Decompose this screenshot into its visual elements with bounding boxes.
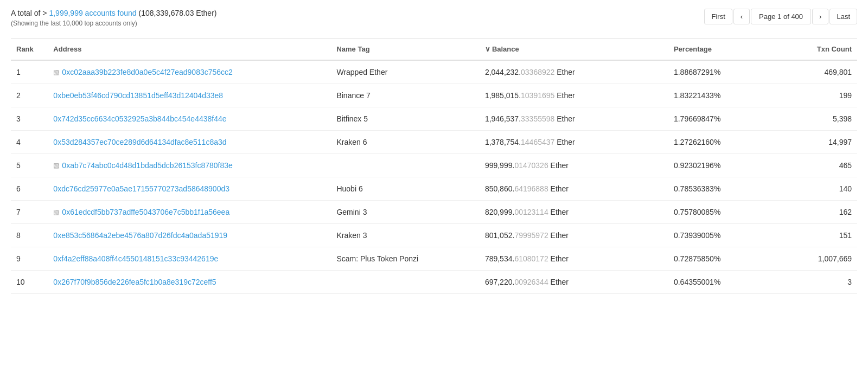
balance-main: 801,052.	[485, 231, 515, 240]
cell-balance: 2,044,232.03368922 Ether	[480, 60, 668, 84]
table-row: 30x742d35cc6634c0532925a3b844bc454e4438f…	[11, 107, 857, 131]
table-row: 40x53d284357ec70ce289d6d64134dfac8e511c8…	[11, 131, 857, 154]
col-header-nametag: Name Tag	[331, 39, 479, 61]
address-link[interactable]: 0xab7c74abc0c4d48d1bdad5dcb26153fc8780f8…	[62, 161, 233, 170]
balance-main: 999,999.	[485, 161, 515, 170]
cell-address: 0xe853c56864a2ebe4576a807d26fdc4a0ada519…	[48, 224, 331, 247]
cell-address: 0x267f70f9b856de226fea5fc1b0a8e319c72cef…	[48, 271, 331, 294]
balance-decimal: 00926344	[514, 278, 548, 286]
cell-rank: 5	[11, 154, 48, 177]
balance-decimal: 33355598	[521, 114, 554, 123]
address-link[interactable]: 0x267f70f9b856de226fea5fc1b0a8e319c72cef…	[53, 278, 216, 286]
cell-balance: 820,999.00123114 Ether	[480, 201, 668, 224]
balance-unit: Ether	[554, 91, 575, 100]
cell-nametag: Wrapped Ether	[331, 60, 479, 84]
balance-main: 789,534.	[485, 254, 515, 263]
table-row: 7▧0x61edcdf5bb737adffe5043706e7c5bb1f1a5…	[11, 201, 857, 224]
col-header-txncount: Txn Count	[776, 39, 857, 61]
cell-txncount: 14,997	[776, 131, 857, 154]
balance-main: 850,860.	[485, 184, 515, 193]
table-row: 80xe853c56864a2ebe4576a807d26fdc4a0ada51…	[11, 224, 857, 247]
summary-subtext: (Showing the last 10,000 top accounts on…	[11, 20, 216, 27]
cell-txncount: 469,801	[776, 60, 857, 84]
cell-nametag: Kraken 3	[331, 224, 479, 247]
cell-nametag: Scam: Plus Token Ponzi	[331, 247, 479, 271]
page-info: Page 1 of 400	[751, 9, 811, 24]
cell-percentage: 1.83221433%	[668, 84, 776, 107]
cell-rank: 6	[11, 177, 48, 201]
address-link[interactable]: 0x53d284357ec70ce289d6d64134dfac8e511c8a…	[53, 138, 226, 146]
cell-rank: 3	[11, 107, 48, 131]
balance-unit: Ether	[548, 184, 569, 193]
cell-address: 0xdc76cd25977e0a5ae17155770273ad58648900…	[48, 177, 331, 201]
cell-balance: 1,985,015.10391695 Ether	[480, 84, 668, 107]
cell-percentage: 1.27262160%	[668, 131, 776, 154]
cell-address: ▧0xab7c74abc0c4d48d1bdad5dcb26153fc8780f…	[48, 154, 331, 177]
contract-icon: ▧	[53, 208, 59, 216]
prev-page-button[interactable]: ‹	[733, 9, 750, 24]
balance-unit: Ether	[548, 208, 569, 216]
cell-txncount: 162	[776, 201, 857, 224]
cell-percentage: 0.72875850%	[668, 247, 776, 271]
balance-main: 2,044,232.	[485, 68, 521, 76]
accounts-table: Rank Address Name Tag ∨Balance Percentag…	[11, 38, 857, 294]
cell-txncount: 465	[776, 154, 857, 177]
cell-percentage: 0.64355001%	[668, 271, 776, 294]
balance-decimal: 64196888	[514, 184, 548, 193]
contract-icon: ▧	[53, 68, 59, 76]
cell-address: 0x53d284357ec70ce289d6d64134dfac8e511c8a…	[48, 131, 331, 154]
address-link[interactable]: 0x742d35cc6634c0532925a3b844bc454e4438f4…	[53, 114, 226, 123]
header-area: A total of > 1,999,999 accounts found (1…	[11, 9, 857, 27]
cell-rank: 10	[11, 271, 48, 294]
balance-unit: Ether	[548, 254, 569, 263]
cell-rank: 7	[11, 201, 48, 224]
address-link[interactable]: 0xc02aaa39b223fe8d0a0e5c4f27ead9083c756c…	[62, 68, 233, 76]
cell-balance: 1,378,754.14465437 Ether	[480, 131, 668, 154]
cell-nametag: Kraken 6	[331, 131, 479, 154]
cell-balance: 697,220.00926344 Ether	[480, 271, 668, 294]
summary-prefix: A total of >	[11, 9, 49, 17]
cell-txncount: 199	[776, 84, 857, 107]
col-header-balance[interactable]: ∨Balance	[480, 39, 668, 61]
cell-percentage: 0.78536383%	[668, 177, 776, 201]
cell-balance: 1,946,537.33355598 Ether	[480, 107, 668, 131]
table-row: 60xdc76cd25977e0a5ae17155770273ad5864890…	[11, 177, 857, 201]
balance-decimal: 14465437	[521, 138, 554, 146]
summary-accounts: 1,999,999 accounts found	[49, 9, 136, 17]
cell-rank: 1	[11, 60, 48, 84]
cell-address: ▧0xc02aaa39b223fe8d0a0e5c4f27ead9083c756…	[48, 60, 331, 84]
cell-balance: 801,052.79995972 Ether	[480, 224, 668, 247]
cell-percentage: 1.79669847%	[668, 107, 776, 131]
balance-sort-icon: ∨	[485, 45, 490, 53]
next-page-button[interactable]: ›	[812, 9, 828, 24]
col-header-percentage: Percentage	[668, 39, 776, 61]
address-link[interactable]: 0x61edcdf5bb737adffe5043706e7c5bb1f1a56e…	[62, 208, 229, 216]
cell-percentage: 0.75780085%	[668, 201, 776, 224]
first-page-button[interactable]: First	[704, 9, 732, 24]
cell-rank: 8	[11, 224, 48, 247]
col-header-rank: Rank	[11, 39, 48, 61]
pagination: First ‹ Page 1 of 400 › Last	[704, 9, 857, 24]
summary-suffix: (108,339,678.03 Ether)	[137, 9, 217, 17]
address-link[interactable]: 0xbe0eb53f46cd790cd13851d5eff43d12404d33…	[53, 91, 223, 100]
table-row: 5▧0xab7c74abc0c4d48d1bdad5dcb26153fc8780…	[11, 154, 857, 177]
balance-decimal: 79995972	[514, 231, 548, 240]
balance-main: 697,220.	[485, 278, 515, 286]
cell-nametag	[331, 271, 479, 294]
cell-nametag: Binance 7	[331, 84, 479, 107]
cell-percentage: 1.88687291%	[668, 60, 776, 84]
summary-text: A total of > 1,999,999 accounts found (1…	[11, 9, 216, 17]
address-link[interactable]: 0xdc76cd25977e0a5ae17155770273ad58648900…	[53, 184, 229, 193]
summary-section: A total of > 1,999,999 accounts found (1…	[11, 9, 216, 27]
address-link[interactable]: 0xf4a2eff88a408ff4c4550148151c33c9344261…	[53, 254, 218, 263]
cell-nametag: Huobi 6	[331, 177, 479, 201]
cell-address: ▧0x61edcdf5bb737adffe5043706e7c5bb1f1a56…	[48, 201, 331, 224]
table-row: 1▧0xc02aaa39b223fe8d0a0e5c4f27ead9083c75…	[11, 60, 857, 84]
balance-unit: Ether	[554, 68, 575, 76]
cell-address: 0x742d35cc6634c0532925a3b844bc454e4438f4…	[48, 107, 331, 131]
table-row: 100x267f70f9b856de226fea5fc1b0a8e319c72c…	[11, 271, 857, 294]
last-page-button[interactable]: Last	[829, 9, 857, 24]
balance-main: 1,985,015.	[485, 91, 521, 100]
balance-decimal: 10391695	[521, 91, 554, 100]
address-link[interactable]: 0xe853c56864a2ebe4576a807d26fdc4a0ada519…	[53, 231, 227, 240]
